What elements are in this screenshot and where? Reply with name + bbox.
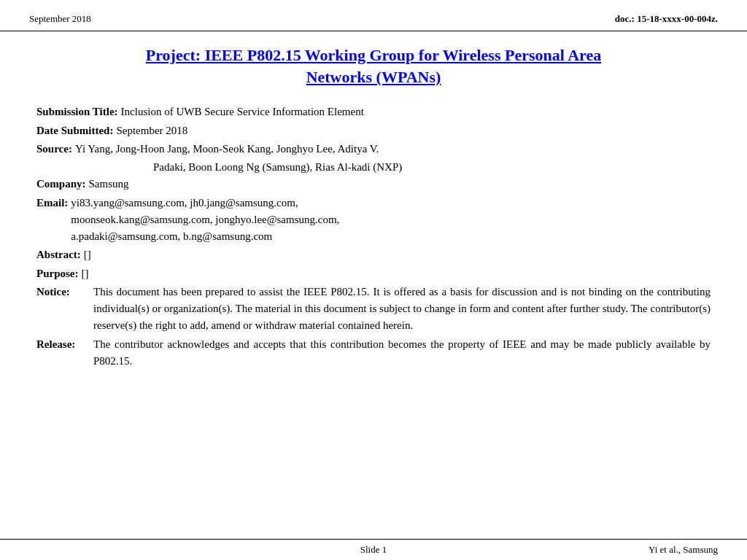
email-line1: yi83.yang@samsung.com, jh0.jang@samsung.…: [71, 195, 339, 211]
email-line3: a.padaki@samsung.com, b.ng@samsung.com: [71, 228, 339, 245]
date-submitted-row: Date Submitted: September 2018: [36, 122, 711, 139]
release-row: Release: The contributor acknowledges an…: [36, 336, 711, 370]
abstract-label: Abstract:: [36, 246, 81, 263]
abstract-value: []: [84, 246, 711, 263]
submission-title-label: Submission Title:: [36, 104, 118, 120]
purpose-label: Purpose:: [36, 265, 79, 282]
title-block: Project: IEEE P802.15 Working Group for …: [36, 44, 711, 88]
source-line1: Yi Yang, Jong-Hoon Jang, Moon-Seok Kang,…: [75, 141, 379, 158]
notice-row: Notice: This document has been prepared …: [36, 284, 711, 335]
release-label: Release:: [36, 336, 93, 370]
release-text: The contributor acknowledges and accepts…: [93, 336, 711, 370]
source-line2-row: Padaki, Boon Loong Ng (Samsung), Rias Al…: [36, 159, 711, 176]
footer: Slide 1 Yi et al., Samsung: [0, 539, 747, 560]
purpose-row: Purpose: []: [36, 265, 711, 282]
header: September 2018 doc.: 15-18-xxxx-00-004z.: [0, 0, 747, 31]
fields-section: Submission Title: Inclusion of UWB Secur…: [36, 104, 711, 370]
source-line2: Padaki, Boon Loong Ng (Samsung), Rias Al…: [153, 161, 402, 173]
main-content: Project: IEEE P802.15 Working Group for …: [0, 31, 747, 370]
date-submitted-label: Date Submitted:: [36, 122, 113, 139]
email-lines: yi83.yang@samsung.com, jh0.jang@samsung.…: [71, 195, 339, 246]
page: September 2018 doc.: 15-18-xxxx-00-004z.…: [0, 0, 747, 560]
email-line2: moonseok.kang@samsung.com, jonghyo.lee@s…: [71, 211, 339, 228]
title-line1: Project: IEEE P802.15 Working Group for …: [36, 44, 711, 66]
company-row: Company: Samsung: [36, 176, 711, 192]
notice-text: This document has been prepared to assis…: [93, 284, 711, 335]
date-submitted-value: September 2018: [116, 122, 711, 139]
company-value: Samsung: [89, 176, 711, 192]
title-line2: Networks (WPANs): [36, 66, 711, 88]
source-row: Source: Yi Yang, Jong-Hoon Jang, Moon-Se…: [36, 141, 711, 158]
footer-attribution: Yi et al., Samsung: [488, 544, 718, 556]
submission-title-row: Submission Title: Inclusion of UWB Secur…: [36, 104, 711, 120]
email-label: Email:: [36, 195, 68, 246]
slide-number: Slide 1: [259, 544, 489, 556]
company-label: Company:: [36, 176, 86, 192]
abstract-row: Abstract: []: [36, 246, 711, 263]
submission-title-value: Inclusion of UWB Secure Service Informat…: [121, 104, 711, 120]
purpose-value: []: [82, 265, 711, 282]
notice-label: Notice:: [36, 284, 93, 335]
header-doc-id: doc.: 15-18-xxxx-00-004z.: [615, 13, 718, 25]
header-date: September 2018: [29, 13, 91, 25]
email-row: Email: yi83.yang@samsung.com, jh0.jang@s…: [36, 195, 711, 246]
source-label: Source:: [36, 141, 72, 158]
